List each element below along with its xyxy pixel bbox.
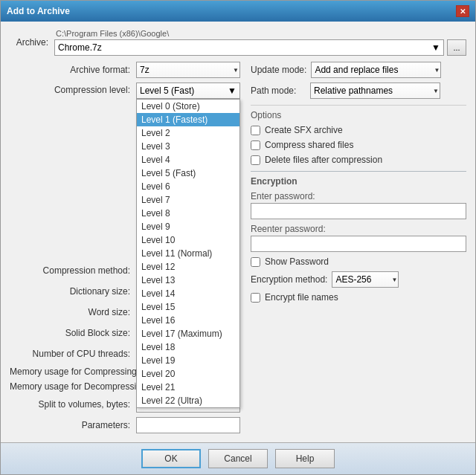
left-column: Archive format: 7z zip tar gzip ▼ Compre… [10,62,243,438]
encryption-method-select-wrapper: AES-256 ZipCrypto ▼ [332,271,399,288]
compression-method-label: Compression method: [10,265,136,276]
enter-password-input[interactable] [251,203,466,219]
archive-combo-row: Chrome.7z ▼ ... [54,39,466,56]
archive-format-select-wrapper: 7z zip tar gzip ▼ [136,62,240,78]
word-size-label: Word size: [10,307,136,317]
split-volumes-label: Split to volumes, bytes: [10,399,136,410]
level-13[interactable]: Level 13 [137,274,239,287]
compress-shared-row: Compress shared files [251,140,466,150]
update-mode-select[interactable]: Add and replace files Update and add fil… [311,62,441,78]
dictionary-size-label: Dictionary size: [10,286,136,297]
level-9[interactable]: Level 9 [137,220,239,233]
level-10[interactable]: Level 10 [137,233,239,247]
encryption-method-select[interactable]: AES-256 ZipCrypto [332,271,399,288]
compression-level-dropdown: Level 5 (Fast) ▼ Level 0 (Store) Level 1… [136,83,240,99]
show-password-label[interactable]: Show Password [265,256,329,267]
path-mode-select[interactable]: Relative pathnames Full pathnames Absolu… [310,83,440,99]
archive-format-label: Archive format: [10,65,136,75]
show-password-checkbox[interactable] [251,257,260,267]
main-content: Archive: C:\Program Files (x86)\Google\ … [1,22,475,442]
level-3[interactable]: Level 3 [137,140,239,153]
level-12[interactable]: Level 12 [137,260,239,274]
options-section: Options Create SFX archive Compress shar… [251,105,466,165]
compression-level-list: Level 0 (Store) Level 1 (Fastest) Level … [136,99,240,408]
level-22[interactable]: Level 22 (Ultra) [137,394,239,407]
compression-level-btn[interactable]: Level 5 (Fast) ▼ [136,83,240,99]
archive-format-row: Archive format: 7z zip tar gzip ▼ [10,62,243,78]
encryption-title: Encryption [251,176,466,187]
reenter-password-input[interactable] [251,236,466,252]
window-title: Add to Archive [7,6,70,16]
path-mode-label: Path mode: [251,85,310,96]
path-mode-row: Path mode: Relative pathnames Full pathn… [251,83,466,99]
compression-level-arrow: ▼ [228,85,237,96]
bottom-bar: OK Cancel Help [1,442,475,474]
level-1[interactable]: Level 1 (Fastest) [137,113,239,126]
create-sfx-label[interactable]: Create SFX archive [265,125,343,135]
reenter-password-label: Reenter password: [251,224,466,234]
archive-path-text: C:\Program Files (x86)\Google\ [54,29,466,38]
update-mode-row: Update mode: Add and replace files Updat… [251,62,466,78]
level-11[interactable]: Level 11 (Normal) [137,247,239,260]
archive-row: Archive: C:\Program Files (x86)\Google\ … [10,29,466,56]
level-17[interactable]: Level 17 (Maximum) [137,327,239,340]
compression-level-label: Compression level: [10,83,136,95]
help-button[interactable]: Help [275,449,335,468]
parameters-row: Parameters: [10,417,243,433]
compression-level-value: Level 5 (Fast) [140,85,194,96]
create-sfx-checkbox[interactable] [251,126,260,135]
level-5[interactable]: Level 5 (Fast) [137,167,239,180]
parameters-input[interactable] [136,417,240,433]
ok-button[interactable]: OK [141,449,201,468]
compress-shared-checkbox[interactable] [251,140,260,150]
enter-password-label: Enter password: [251,191,466,201]
level-4[interactable]: Level 4 [137,153,239,167]
level-7[interactable]: Level 7 [137,193,239,207]
cancel-button[interactable]: Cancel [208,449,268,468]
title-bar: Add to Archive ✕ [1,1,475,22]
level-8[interactable]: Level 8 [137,207,239,220]
right-column: Update mode: Add and replace files Updat… [251,62,466,438]
encrypt-filenames-row: Encrypt file names [251,292,466,303]
level-16[interactable]: Level 16 [137,314,239,327]
combo-down-arrow: ▼ [431,42,440,53]
encryption-method-row: Encryption method: AES-256 ZipCrypto ▼ [251,271,466,288]
delete-after-row: Delete files after compression [251,155,466,165]
options-title: Options [251,110,466,120]
level-21[interactable]: Level 21 [137,381,239,394]
cpu-threads-label: Number of CPU threads: [10,349,136,359]
enter-password-group: Enter password: [251,191,466,224]
compress-shared-label[interactable]: Compress shared files [265,140,353,150]
level-19[interactable]: Level 19 [137,354,239,367]
add-to-archive-window: Add to Archive ✕ Archive: C:\Program Fil… [0,0,476,475]
path-mode-select-wrapper: Relative pathnames Full pathnames Absolu… [310,83,440,99]
memory-decompress-label: Memory usage for Decompressing: [10,381,155,392]
encrypt-filenames-checkbox[interactable] [251,293,260,303]
level-20[interactable]: Level 20 [137,367,239,381]
reenter-password-group: Reenter password: [251,224,466,256]
encrypt-filenames-label[interactable]: Encrypt file names [265,292,338,303]
update-mode-label: Update mode: [251,65,311,75]
encryption-method-label: Encryption method: [251,274,332,285]
archive-path-combo: C:\Program Files (x86)\Google\ Chrome.7z… [54,29,466,56]
parameters-label: Parameters: [10,420,136,430]
archive-combo-box[interactable]: Chrome.7z ▼ [54,39,444,56]
level-18[interactable]: Level 18 [137,340,239,354]
create-sfx-row: Create SFX archive [251,125,466,135]
delete-after-label[interactable]: Delete files after compression [265,155,382,165]
archive-format-select[interactable]: 7z zip tar gzip [136,62,240,78]
memory-compress-label: Memory usage for Compressing: [10,366,145,377]
update-mode-select-wrapper: Add and replace files Update and add fil… [311,62,441,78]
archive-label: Archive: [10,37,54,48]
close-button[interactable]: ✕ [456,5,469,17]
level-0[interactable]: Level 0 (Store) [137,100,239,113]
delete-after-checkbox[interactable] [251,155,260,165]
level-6[interactable]: Level 6 [137,180,239,193]
level-2[interactable]: Level 2 [137,126,239,140]
level-15[interactable]: Level 15 [137,300,239,314]
encryption-section: Encryption Enter password: Reenter passw… [251,171,466,303]
solid-block-label: Solid Block size: [10,328,136,338]
level-14[interactable]: Level 14 [137,287,239,300]
browse-button[interactable]: ... [447,39,466,56]
compression-level-row: Compression level: Level 5 (Fast) ▼ Leve… [10,83,243,99]
